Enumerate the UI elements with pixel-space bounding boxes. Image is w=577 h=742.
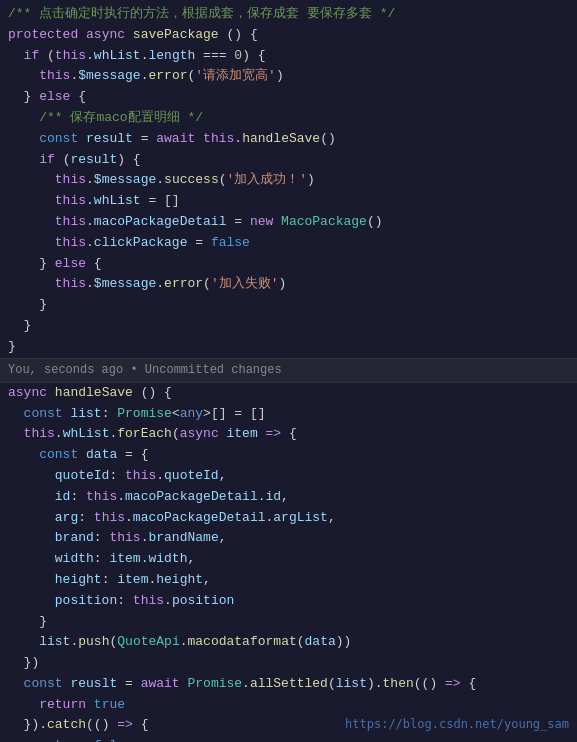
code-line-4: this . $message . error ( '请添加宽高' )	[0, 66, 577, 87]
code-line-2: protected async savePackage () {	[0, 25, 577, 46]
code-line-5: } else {	[0, 87, 577, 108]
code-line-31: })	[0, 653, 577, 674]
code-line-15: }	[0, 295, 577, 316]
code-line-13: } else {	[0, 254, 577, 275]
git-status-text: You, seconds ago • Uncommitted changes	[8, 363, 282, 377]
code-line-17: }	[0, 337, 577, 358]
keyword-protected: protected	[8, 25, 78, 46]
code-line-30: list . push ( QuoteApi . macodataformat …	[0, 632, 577, 653]
code-editor: /** 点击确定时执行的方法，根据成套，保存成套 要保存多套 */ protec…	[0, 0, 577, 742]
code-line-10: this . whList = []	[0, 191, 577, 212]
code-line-12: this . clickPackage = false	[0, 233, 577, 254]
code-line-8: if ( result ) {	[0, 150, 577, 171]
code-line-32: const reuslt = await Promise . allSettle…	[0, 674, 577, 695]
code-line-20: this . whList . forEach ( async item => …	[0, 424, 577, 445]
comment-1: /** 点击确定时执行的方法，根据成套，保存成套 要保存多套 */	[8, 4, 395, 25]
code-line-25: brand : this . brandName ,	[0, 528, 577, 549]
code-line-22: quoteId : this . quoteId ,	[0, 466, 577, 487]
code-line-24: arg : this . macoPackageDetail . argList…	[0, 508, 577, 529]
code-line-29: }	[0, 612, 577, 633]
code-line-21: const data = {	[0, 445, 577, 466]
func-savepackage: savePackage	[133, 25, 219, 46]
git-status-bar: You, seconds ago • Uncommitted changes	[0, 358, 577, 383]
code-line-6: /** 保存maco配置明细 */	[0, 108, 577, 129]
code-line-16: }	[0, 316, 577, 337]
code-line-19: const list : Promise < any >[] = []	[0, 404, 577, 425]
code-line-28: position : this . position	[0, 591, 577, 612]
code-line-33: return true	[0, 695, 577, 716]
watermark: https://blog.csdn.net/young_sam	[345, 715, 569, 734]
code-line-7: const result = await this . handleSave (…	[0, 129, 577, 150]
code-line-23: id : this . macoPackageDetail . id ,	[0, 487, 577, 508]
code-line-18: async handleSave () {	[0, 383, 577, 404]
code-line-35: return false	[0, 736, 577, 742]
code-line-11: this . macoPackageDetail = new MacoPacka…	[0, 212, 577, 233]
code-line-27: height : item . height ,	[0, 570, 577, 591]
code-line-26: width : item . width ,	[0, 549, 577, 570]
keyword-async: async	[86, 25, 125, 46]
code-line-9: this . $message . success ( '加入成功！' )	[0, 170, 577, 191]
code-line-3: if ( this . whList . length === 0 ) {	[0, 46, 577, 67]
code-line-14: this . $message . error ( '加入失败' )	[0, 274, 577, 295]
code-line-1: /** 点击确定时执行的方法，根据成套，保存成套 要保存多套 */	[0, 4, 577, 25]
